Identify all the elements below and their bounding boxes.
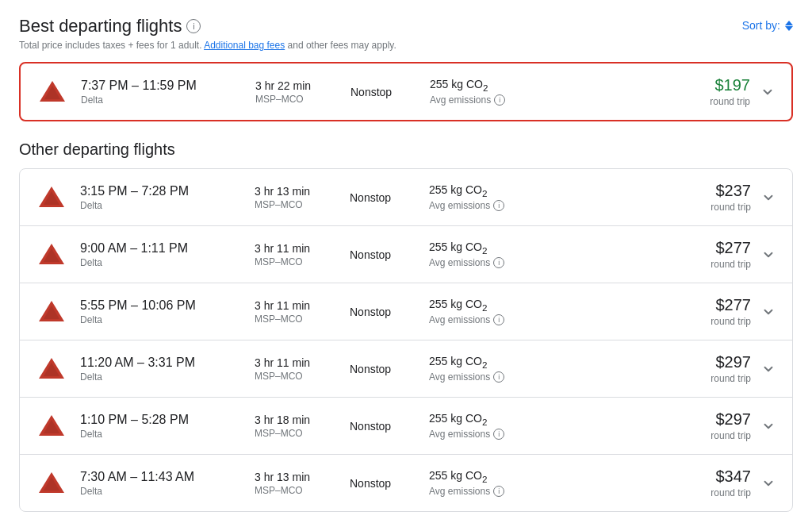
flight-price: $277 (675, 239, 751, 257)
flight-route: MSP–MCO (255, 428, 343, 439)
flight-expand[interactable] (754, 418, 783, 434)
flight-time: 5:55 PM – 10:06 PM (80, 298, 248, 313)
chevron-down-icon (760, 361, 776, 377)
best-flight-emissions-col: 255 kg CO2 Avg emissions i (423, 78, 674, 106)
best-flight-time: 7:37 PM – 11:59 PM (81, 79, 249, 93)
flight-row[interactable]: 11:20 AM – 3:31 PM Delta 3 hr 11 min MSP… (20, 340, 792, 398)
best-flight-emissions-label: Avg emissions i (430, 94, 674, 106)
flight-duration-col: 3 hr 13 min MSP–MCO (248, 185, 343, 210)
flight-co2: 255 kg CO2 (429, 240, 675, 256)
flight-emissions-info-icon[interactable]: i (493, 314, 504, 325)
emissions-info-icon[interactable]: i (494, 94, 505, 106)
airline-logo-col (29, 298, 74, 326)
airline-logo-col (29, 469, 74, 498)
flight-stops-col: Nonstop (343, 420, 423, 433)
flight-emissions-label: Avg emissions i (429, 429, 675, 440)
flight-airline: Delta (80, 257, 248, 268)
flight-emissions-info-icon[interactable]: i (493, 257, 504, 268)
airline-logo-col (29, 240, 74, 269)
flight-emissions-col: 255 kg CO2 Avg emissions i (423, 240, 675, 268)
flight-emissions-col: 255 kg CO2 Avg emissions i (423, 355, 675, 383)
flight-emissions-label: Avg emissions i (429, 486, 675, 497)
flight-emissions-info-icon[interactable]: i (493, 200, 504, 211)
sort-icon (785, 21, 793, 31)
flight-stops: Nonstop (350, 363, 423, 375)
flight-row[interactable]: 3:15 PM – 7:28 PM Delta 3 hr 13 min MSP–… (20, 169, 792, 226)
flight-price: $277 (675, 296, 751, 314)
flight-stops: Nonstop (350, 191, 423, 204)
flight-emissions-info-icon[interactable]: i (493, 429, 504, 440)
flight-emissions-info-icon[interactable]: i (493, 486, 504, 497)
flight-expand[interactable] (754, 247, 783, 263)
flight-duration: 3 hr 13 min (255, 185, 343, 198)
flight-expand[interactable] (754, 361, 783, 377)
flight-stops-col: Nonstop (343, 306, 423, 318)
flight-time: 3:15 PM – 7:28 PM (80, 184, 248, 198)
flight-stops: Nonstop (350, 306, 423, 318)
flight-emissions-label: Avg emissions i (429, 200, 675, 211)
best-flight-duration-col: 3 hr 22 min MSP–MCO (249, 79, 344, 105)
flight-stops-col: Nonstop (343, 191, 423, 204)
flight-airline: Delta (80, 486, 248, 497)
flight-expand[interactable] (754, 475, 783, 491)
best-flight-stops-col: Nonstop (344, 86, 423, 98)
flight-row[interactable]: 7:30 AM – 11:43 AM Delta 3 hr 13 min MSP… (20, 455, 792, 511)
flight-time: 11:20 AM – 3:31 PM (80, 356, 248, 370)
flight-co2: 255 kg CO2 (429, 298, 675, 313)
best-flight-route: MSP–MCO (255, 94, 344, 105)
flight-stops: Nonstop (350, 477, 423, 490)
flight-duration-col: 3 hr 11 min MSP–MCO (248, 299, 343, 325)
flight-price-label: round trip (675, 202, 751, 213)
best-flight-price-label: round trip (674, 96, 750, 107)
flight-emissions-info-icon[interactable]: i (493, 371, 504, 383)
chevron-down-icon (760, 190, 776, 206)
flight-price-label: round trip (675, 316, 751, 327)
header-left: Best departing flights i Total price inc… (19, 16, 396, 51)
page-title: Best departing flights i (19, 16, 396, 37)
flight-row[interactable]: 5:55 PM – 10:06 PM Delta 3 hr 11 min MSP… (20, 283, 792, 340)
airline-logo-col (29, 183, 74, 212)
flight-airline: Delta (80, 200, 248, 211)
flight-price-label: round trip (675, 373, 751, 384)
best-flight-stops: Nonstop (350, 86, 423, 98)
best-flight-time-col: 7:37 PM – 11:59 PM Delta (75, 79, 249, 106)
flight-price: $297 (675, 353, 751, 371)
flight-time-col: 5:55 PM – 10:06 PM Delta (74, 298, 248, 325)
chevron-down-icon (760, 475, 776, 491)
airline-logo-col (29, 412, 74, 440)
flight-expand[interactable] (754, 304, 783, 320)
flight-emissions-col: 255 kg CO2 Avg emissions i (423, 469, 675, 497)
best-flight-card[interactable]: 7:37 PM – 11:59 PM Delta 3 hr 22 min MSP… (19, 62, 793, 121)
flight-row[interactable]: 9:00 AM – 1:11 PM Delta 3 hr 11 min MSP–… (20, 226, 792, 283)
flight-row[interactable]: 1:10 PM – 5:28 PM Delta 3 hr 18 min MSP–… (20, 398, 792, 455)
flight-airline: Delta (80, 429, 248, 440)
flight-expand[interactable] (754, 190, 783, 206)
subtitle: Total price includes taxes + fees for 1 … (19, 40, 396, 51)
chevron-down-icon (760, 418, 776, 434)
flight-duration: 3 hr 18 min (255, 414, 343, 426)
flight-time-col: 3:15 PM – 7:28 PM Delta (74, 184, 248, 211)
best-flight-price: $197 (674, 76, 750, 94)
flight-emissions-col: 255 kg CO2 Avg emissions i (423, 183, 675, 211)
chevron-down-icon (760, 84, 776, 100)
flight-route: MSP–MCO (255, 485, 343, 496)
flight-co2: 255 kg CO2 (429, 183, 675, 198)
flight-stops-col: Nonstop (343, 248, 423, 261)
flight-stops: Nonstop (350, 248, 423, 261)
flight-price-col: $277 round trip (675, 239, 754, 270)
flight-price-label: round trip (675, 259, 751, 270)
info-icon[interactable]: i (186, 19, 201, 33)
flight-price-col: $277 round trip (675, 296, 754, 327)
best-flight-expand[interactable] (753, 84, 782, 100)
flight-time-col: 1:10 PM – 5:28 PM Delta (74, 413, 248, 440)
flight-duration-col: 3 hr 11 min MSP–MCO (248, 356, 343, 382)
flight-price-col: $347 round trip (675, 467, 754, 498)
sort-by-button[interactable]: Sort by: (742, 19, 793, 32)
flight-price: $297 (675, 410, 751, 429)
best-flight-airline-logo (30, 78, 75, 106)
flight-price-label: round trip (675, 487, 751, 498)
flight-duration-col: 3 hr 13 min MSP–MCO (248, 471, 343, 496)
flight-airline: Delta (80, 371, 248, 383)
bag-fees-link[interactable]: Additional bag fees (204, 40, 285, 51)
flight-price-col: $297 round trip (675, 353, 754, 384)
